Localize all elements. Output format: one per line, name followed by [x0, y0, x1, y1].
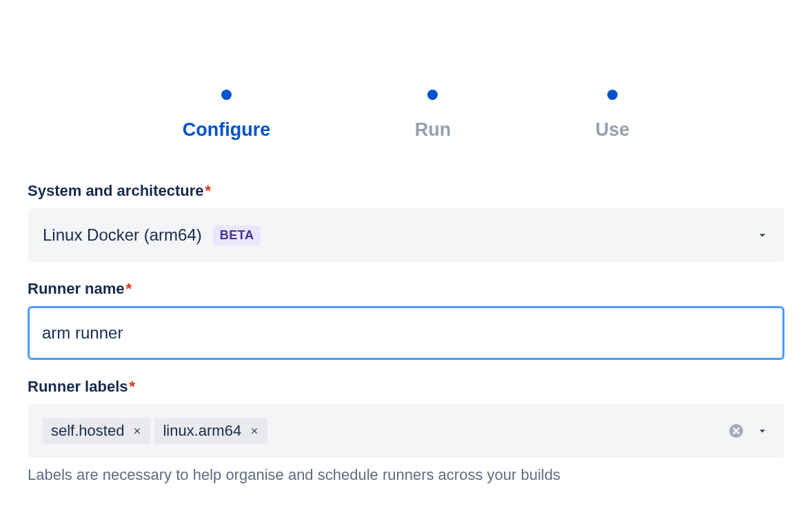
label-tag: linux.arm64 — [154, 418, 267, 444]
labels-help-text: Labels are necessary to help organise an… — [28, 466, 784, 484]
runner-labels-select[interactable]: self.hosted linux.arm64 — [28, 404, 784, 458]
label-tag: self.hosted — [43, 418, 150, 444]
step-label: Run — [415, 119, 451, 141]
chevron-down-icon — [755, 424, 769, 438]
runner-name-field: Runner name* — [28, 280, 784, 360]
step-dot-icon — [607, 90, 618, 100]
clear-all-button[interactable] — [728, 423, 744, 439]
step-dot-icon — [427, 90, 438, 100]
step-dot-icon — [221, 90, 232, 100]
close-icon — [250, 426, 259, 436]
step-label: Use — [596, 119, 630, 141]
chevron-down-icon — [755, 228, 769, 242]
tag-remove-button[interactable] — [250, 426, 259, 436]
runner-labels-field: Runner labels* self.hosted linux.arm64 — [28, 378, 784, 484]
runner-name-input[interactable] — [28, 306, 784, 360]
runner-labels-label: Runner labels* — [28, 378, 784, 396]
clear-circle-icon — [728, 423, 744, 439]
system-architecture-field: System and architecture* Linux Docker (a… — [28, 182, 784, 262]
stepper: Configure Run Use — [28, 0, 784, 182]
required-asterisk: * — [126, 280, 132, 297]
step-configure[interactable]: Configure — [183, 90, 271, 141]
system-architecture-label: System and architecture* — [28, 182, 784, 200]
tag-remove-button[interactable] — [132, 426, 142, 436]
required-asterisk: * — [205, 182, 212, 199]
step-use[interactable]: Use — [596, 90, 630, 141]
step-label: Configure — [183, 119, 271, 141]
system-architecture-select[interactable]: Linux Docker (arm64) BETA — [28, 208, 784, 262]
select-value: Linux Docker (arm64) — [43, 225, 202, 245]
runner-name-label: Runner name* — [28, 280, 784, 298]
tag-text: linux.arm64 — [163, 422, 241, 440]
required-asterisk: * — [129, 378, 135, 395]
close-icon — [132, 426, 142, 436]
step-run[interactable]: Run — [415, 90, 451, 141]
tag-text: self.hosted — [51, 422, 124, 440]
beta-badge: BETA — [213, 225, 261, 245]
